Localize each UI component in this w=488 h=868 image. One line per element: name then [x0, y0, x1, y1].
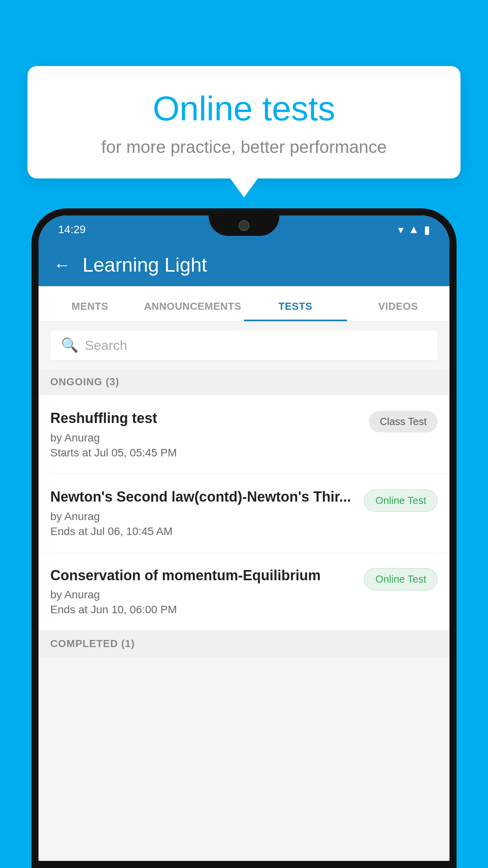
status-icons: ▾ ▲ ▮	[398, 223, 430, 236]
test-name-2: Newton's Second law(contd)-Newton's Thir…	[50, 488, 356, 506]
test-badge-2: Online Test	[364, 489, 438, 512]
phone-frame: 14:29 ▾ ▲ ▮ ← Learning Light MENTS ANNOU…	[31, 208, 457, 868]
test-badge-1: Class Test	[369, 411, 438, 432]
tab-tests[interactable]: TESTS	[244, 286, 347, 321]
wifi-icon: ▾	[398, 223, 404, 236]
test-info-1: Reshuffling test by Anurag Starts at Jul…	[50, 409, 361, 459]
test-item[interactable]: Reshuffling test by Anurag Starts at Jul…	[39, 395, 449, 474]
app-bar: ← Learning Light	[39, 244, 449, 286]
tab-announcements[interactable]: ANNOUNCEMENTS	[141, 286, 244, 321]
test-by-1: by Anurag	[50, 432, 361, 444]
search-bar[interactable]: 🔍 Search	[50, 329, 438, 361]
test-info-3: Conservation of momentum-Equilibrium by …	[50, 566, 356, 616]
camera	[238, 220, 250, 231]
battery-icon: ▮	[424, 223, 430, 236]
test-badge-3: Online Test	[364, 568, 438, 590]
test-by-2: by Anurag	[50, 510, 356, 523]
back-button[interactable]: ←	[53, 255, 71, 275]
notch	[209, 215, 279, 236]
test-time-2: Ends at Jul 06, 10:45 AM	[50, 525, 356, 538]
tab-ments[interactable]: MENTS	[39, 286, 141, 321]
completed-section-header: COMPLETED (1)	[39, 631, 449, 657]
phone-inner: 14:29 ▾ ▲ ▮ ← Learning Light MENTS ANNOU…	[39, 215, 449, 861]
speech-bubble: Online tests for more practice, better p…	[28, 66, 460, 178]
test-time-3: Ends at Jun 10, 06:00 PM	[50, 603, 356, 616]
test-name-3: Conservation of momentum-Equilibrium	[50, 566, 356, 585]
status-time: 14:29	[58, 223, 86, 236]
signal-icon: ▲	[408, 223, 419, 236]
ongoing-section-header: ONGOING (3)	[39, 369, 449, 395]
tab-bar: MENTS ANNOUNCEMENTS TESTS VIDEOS	[39, 286, 449, 322]
test-item[interactable]: Conservation of momentum-Equilibrium by …	[39, 552, 449, 631]
test-item[interactable]: Newton's Second law(contd)-Newton's Thir…	[39, 474, 449, 552]
app-title: Learning Light	[83, 254, 207, 276]
test-name-1: Reshuffling test	[50, 409, 361, 428]
test-list: Reshuffling test by Anurag Starts at Jul…	[39, 395, 449, 631]
bubble-title: Online tests	[51, 90, 437, 128]
test-time-1: Starts at Jul 05, 05:45 PM	[50, 447, 361, 459]
tab-videos[interactable]: VIDEOS	[347, 286, 450, 321]
test-by-3: by Anurag	[50, 588, 356, 601]
search-container: 🔍 Search	[39, 322, 449, 369]
search-icon: 🔍	[61, 337, 79, 353]
search-input[interactable]: Search	[85, 338, 127, 353]
status-bar: 14:29 ▾ ▲ ▮	[39, 215, 449, 244]
bubble-subtitle: for more practice, better performance	[51, 137, 437, 157]
test-info-2: Newton's Second law(contd)-Newton's Thir…	[50, 488, 356, 538]
